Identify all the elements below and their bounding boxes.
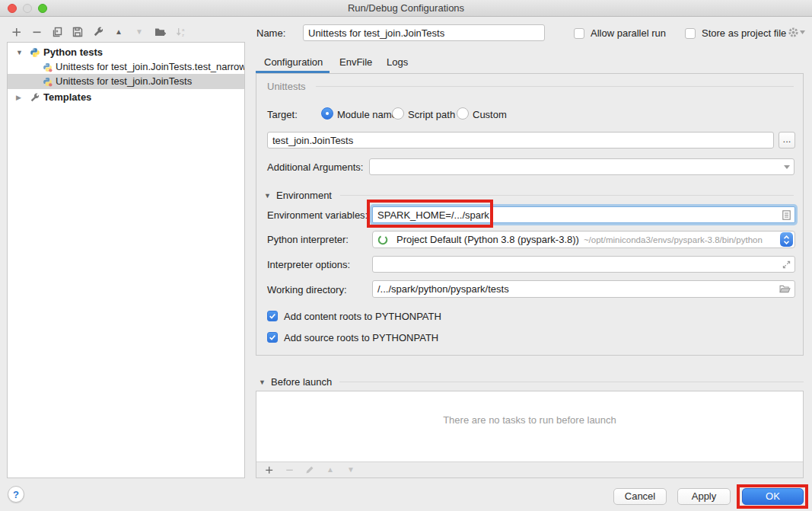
python-test-config-icon bbox=[43, 76, 53, 89]
radio-custom-label: Custom bbox=[473, 109, 507, 120]
configuration-panel: Unittests Target: Module name Script pat… bbox=[256, 73, 804, 356]
python-interpreter-value: Project Default (Python 3.8 (pyspark-3.8… bbox=[396, 234, 579, 245]
before-launch-empty-message: There are no tasks to run before launch bbox=[256, 414, 803, 426]
environment-variables-input[interactable] bbox=[373, 209, 782, 221]
radio-module-name[interactable] bbox=[321, 107, 333, 120]
divider bbox=[339, 382, 804, 382]
gear-icon[interactable] bbox=[788, 27, 805, 38]
stepper-icon[interactable] bbox=[780, 232, 793, 247]
conda-environment-icon bbox=[377, 235, 388, 245]
working-directory-field[interactable] bbox=[372, 280, 795, 298]
interpreter-options-input[interactable] bbox=[373, 259, 782, 270]
before-launch-toolbar: ▲ ▼ bbox=[256, 461, 803, 477]
ok-button[interactable]: OK bbox=[742, 488, 804, 505]
add-content-roots-checkbox[interactable] bbox=[267, 311, 278, 321]
environment-variables-field[interactable] bbox=[372, 206, 795, 223]
working-directory-label: Working directory: bbox=[267, 284, 347, 295]
before-launch-label: Before launch bbox=[271, 376, 332, 388]
python-test-config-icon bbox=[43, 62, 53, 75]
edit-icon bbox=[304, 465, 315, 475]
svg-text:a: a bbox=[182, 27, 185, 32]
allow-parallel-run-checkbox[interactable] bbox=[574, 28, 584, 39]
module-name-input[interactable] bbox=[267, 132, 774, 149]
tree-node-label: Templates bbox=[43, 90, 91, 105]
add-icon[interactable] bbox=[9, 25, 23, 39]
environment-variables-label: Environment variables: bbox=[267, 209, 368, 221]
chevron-down-icon[interactable]: ▼ bbox=[259, 378, 266, 386]
python-interpreter-label: Python interpreter: bbox=[267, 234, 349, 245]
window-title: Run/Debug Configurations bbox=[0, 0, 812, 17]
move-down-icon: ▼ bbox=[345, 465, 356, 475]
divider bbox=[340, 195, 794, 196]
tab-configuration[interactable]: Configuration bbox=[264, 53, 323, 72]
edit-templates-wrench-icon[interactable] bbox=[91, 25, 105, 39]
chevron-down-icon[interactable]: ▼ bbox=[264, 192, 271, 200]
apply-button[interactable]: Apply bbox=[677, 488, 731, 505]
tree-node-unittests-test-narrow[interactable]: Unittests for test_join.JoinTests.test_n… bbox=[8, 59, 244, 75]
interpreter-options-label: Interpreter options: bbox=[267, 259, 350, 270]
configurations-tree: ▼ Python tests Unittests for test_join.J… bbox=[7, 42, 245, 478]
cancel-button[interactable]: Cancel bbox=[613, 488, 667, 505]
folder-icon[interactable] bbox=[779, 285, 791, 293]
interpreter-options-field[interactable] bbox=[372, 256, 795, 273]
wrench-icon bbox=[30, 92, 40, 105]
python-interpreter-select[interactable]: Project Default (Python 3.8 (pyspark-3.8… bbox=[372, 231, 795, 248]
chevron-right-icon[interactable]: ▶ bbox=[16, 90, 21, 105]
radio-script-path[interactable] bbox=[392, 107, 404, 120]
move-up-icon[interactable]: ▲ bbox=[112, 25, 126, 39]
tree-node-unittests-jointests[interactable]: Unittests for test_join.JoinTests bbox=[8, 74, 244, 89]
add-source-roots-label: Add source roots to PYTHONPATH bbox=[284, 332, 438, 343]
remove-icon[interactable] bbox=[30, 25, 43, 39]
move-down-icon: ▼ bbox=[132, 25, 146, 39]
tree-node-label: Unittests for test_join.JoinTests.test_n… bbox=[56, 59, 244, 75]
name-input[interactable] bbox=[303, 24, 545, 41]
configurations-toolbar: ▲ ▼ az bbox=[9, 24, 187, 40]
browse-button[interactable]: ... bbox=[779, 132, 795, 149]
tree-node-templates[interactable]: ▶ Templates bbox=[8, 90, 244, 105]
sort-alphabetically-icon: az bbox=[174, 25, 187, 39]
additional-arguments-label: Additional Arguments: bbox=[267, 161, 363, 173]
chevron-down-icon[interactable]: ▼ bbox=[16, 45, 23, 60]
environment-group-label: Environment bbox=[276, 190, 332, 201]
new-folder-icon[interactable] bbox=[153, 25, 167, 39]
tab-logs[interactable]: Logs bbox=[387, 53, 408, 72]
add-source-roots-checkbox[interactable] bbox=[267, 332, 278, 343]
add-content-roots-label: Add content roots to PYTHONPATH bbox=[284, 311, 441, 322]
radio-custom[interactable] bbox=[457, 107, 469, 120]
python-interpreter-path: ~/opt/miniconda3/envs/pyspark-3.8/bin/py… bbox=[584, 235, 780, 244]
save-icon[interactable] bbox=[71, 25, 84, 39]
move-up-icon: ▲ bbox=[325, 465, 336, 475]
radio-module-name-label: Module name bbox=[337, 109, 397, 120]
allow-parallel-run-label: Allow parallel run bbox=[591, 27, 666, 39]
help-button[interactable]: ? bbox=[8, 486, 24, 503]
store-as-project-file-label: Store as project file bbox=[702, 27, 786, 39]
additional-arguments-field[interactable] bbox=[369, 158, 794, 175]
additional-arguments-input[interactable] bbox=[370, 161, 784, 173]
radio-script-path-label: Script path bbox=[408, 109, 455, 120]
chevron-down-icon[interactable] bbox=[784, 165, 790, 169]
tree-node-label: Unittests for test_join.JoinTests bbox=[56, 74, 192, 89]
store-as-project-file-checkbox[interactable] bbox=[685, 28, 696, 39]
svg-text:z: z bbox=[182, 33, 184, 37]
title-bar: Run/Debug Configurations bbox=[0, 0, 812, 17]
before-launch-panel: There are no tasks to run before launch … bbox=[256, 391, 804, 478]
unittests-group-label: Unittests bbox=[267, 81, 306, 92]
expand-icon[interactable] bbox=[782, 260, 791, 269]
tree-node-label: Python tests bbox=[43, 45, 103, 60]
tree-node-python-tests[interactable]: ▼ Python tests bbox=[8, 45, 244, 60]
tab-envfile[interactable]: EnvFile bbox=[339, 53, 372, 72]
name-label: Name: bbox=[256, 27, 285, 39]
target-label: Target: bbox=[267, 109, 298, 120]
working-directory-input[interactable] bbox=[373, 283, 779, 295]
python-icon bbox=[30, 47, 40, 60]
copy-icon[interactable] bbox=[50, 25, 64, 39]
divider bbox=[316, 86, 794, 87]
run-debug-configurations-dialog: Run/Debug Configurations ▲ ▼ az ▼ Python… bbox=[0, 0, 812, 511]
remove-icon bbox=[284, 465, 295, 475]
browse-variables-icon[interactable] bbox=[782, 210, 791, 220]
add-icon[interactable] bbox=[263, 465, 274, 475]
